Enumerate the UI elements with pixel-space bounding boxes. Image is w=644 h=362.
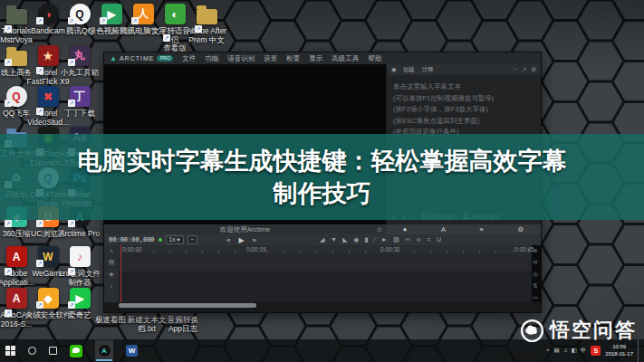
word-taskbar-icon[interactable]: W bbox=[126, 345, 138, 357]
desktop-icon-label: Lrc歌词文件 制作器 bbox=[54, 270, 105, 287]
user-avatar-icon[interactable]: ◉ bbox=[391, 66, 397, 73]
tool-icon[interactable]: U bbox=[437, 236, 441, 243]
shortcut-arrow-icon: ↗ bbox=[36, 17, 43, 24]
track-gutter: +▤◈♪ bbox=[104, 245, 119, 302]
panel-header-icon[interactable]: − bbox=[514, 66, 517, 73]
desktop-file-label[interactable]: 音频转换 App日志 bbox=[158, 313, 208, 333]
hint-line: 单击这里输入字幕文本 bbox=[393, 81, 534, 93]
desktop-icon-xiaowan-toolbox[interactable]: 丸↗小丸工具箱 bbox=[54, 45, 105, 78]
desktop-icon-dingding-download[interactable]: 丁↗丁丁下载 bbox=[54, 86, 105, 119]
tray-icon[interactable]: 中 bbox=[581, 347, 587, 355]
transport-icon[interactable]: ▶ bbox=[238, 236, 244, 244]
timeline-tracks[interactable] bbox=[119, 253, 532, 302]
playhead[interactable] bbox=[120, 245, 121, 302]
menubar-item[interactable]: 语音识别 bbox=[227, 54, 255, 63]
tool-icon[interactable]: ◢ bbox=[320, 236, 324, 243]
tray-icons: ▤♫◧中 bbox=[554, 347, 587, 355]
gutter-icon[interactable]: ◈ bbox=[109, 271, 113, 278]
zoom-out-button[interactable]: − bbox=[187, 235, 198, 244]
shortcut-arrow-icon: ↗ bbox=[36, 301, 43, 309]
menubar-item[interactable]: 显示 bbox=[309, 54, 322, 63]
zoom-stack-icon[interactable]: ◎ bbox=[533, 271, 538, 278]
window-bottom-edge bbox=[104, 309, 541, 312]
zoom-stack-icon[interactable]: ▭ bbox=[533, 294, 538, 301]
tool-icon[interactable]: ▮ bbox=[365, 236, 369, 243]
timeline-ruler[interactable]: 0:00:000:00:150:00:300:00:45 bbox=[119, 245, 532, 253]
tool-icon[interactable]: ◉ bbox=[353, 236, 359, 243]
status-dot bbox=[159, 238, 162, 242]
tray-icon[interactable]: ♫ bbox=[563, 347, 568, 355]
shortcut-arrow-icon: ↗ bbox=[36, 67, 43, 74]
menubar-item[interactable]: 帮助 bbox=[368, 54, 381, 63]
panel-tab[interactable]: 创建 bbox=[403, 66, 415, 74]
tool-icon[interactable]: ∞ bbox=[417, 236, 421, 243]
shortcut-arrow-icon: ↗ bbox=[163, 34, 170, 42]
shortcut-arrow-icon: ↗ bbox=[36, 260, 43, 267]
shortcut-arrow-icon: ↗ bbox=[5, 100, 12, 107]
shortcut-arrow-icon: ↗ bbox=[195, 25, 202, 33]
statusbar-icon[interactable]: A bbox=[441, 225, 446, 233]
ruler-ticks bbox=[120, 251, 530, 252]
scrollbar-thumb[interactable] bbox=[119, 303, 256, 308]
arctime-taskbar-icon: A bbox=[99, 345, 111, 357]
show-desktop-button[interactable] bbox=[638, 339, 640, 362]
ruler-label: 0:00:00 bbox=[122, 246, 142, 252]
panel-header-icon[interactable]: ↗ bbox=[522, 66, 526, 73]
menubar-item[interactable]: 检查 bbox=[286, 54, 300, 63]
tool-icon[interactable]: = bbox=[427, 236, 430, 243]
tool-icon[interactable]: ► bbox=[381, 236, 388, 243]
shortcut-arrow-icon: ↗ bbox=[36, 220, 43, 227]
menubar-item[interactable]: 功能 bbox=[205, 54, 218, 63]
cortana-search-icon[interactable] bbox=[28, 347, 36, 355]
desktop-icon-folder-adobe[interactable]: ↗Adobe After Prem 中文 bbox=[181, 4, 232, 44]
desktop-icon-lrc-maker[interactable]: ♪↗Lrc歌词文件 制作器 bbox=[54, 246, 105, 287]
subtitle-track[interactable] bbox=[119, 253, 532, 272]
wechat-taskbar-icon[interactable] bbox=[70, 345, 82, 357]
start-button-icon[interactable] bbox=[5, 346, 15, 356]
zoom-stack-icon[interactable]: ⊕ bbox=[533, 247, 537, 254]
transport-icon[interactable]: « bbox=[226, 236, 230, 244]
speed-dropdown[interactable]: 1x ▾ bbox=[166, 235, 184, 244]
shortcut-arrow-icon: ↗ bbox=[68, 100, 75, 107]
shortcut-arrow-icon: ↗ bbox=[131, 17, 139, 24]
statusbar-icon[interactable]: ⚙ bbox=[517, 225, 524, 233]
taskbar-clock[interactable]: 10:59 2018-01-17 bbox=[605, 344, 633, 357]
pro-badge: PRO bbox=[157, 55, 173, 62]
tool-icon[interactable]: ▼ bbox=[331, 236, 337, 243]
statusbar-icon[interactable]: ● bbox=[403, 225, 408, 233]
menubar-item[interactable]: 设置 bbox=[264, 54, 277, 63]
shortcut-arrow-icon: ↗ bbox=[68, 17, 75, 24]
transport-icon[interactable]: » bbox=[253, 236, 256, 244]
shortcut-arrow-icon: ↗ bbox=[36, 108, 43, 115]
tray-chevron-icon[interactable]: ^ bbox=[546, 348, 549, 354]
panel-tab[interactable]: 注释 bbox=[422, 66, 434, 74]
zoom-stack-icon[interactable]: ⊖ bbox=[533, 259, 537, 266]
tool-icon[interactable]: ✂ bbox=[405, 236, 410, 243]
shortcut-arrow-icon: ↗ bbox=[68, 301, 75, 309]
status-bar: 欢迎使用Arctime ⊙ bbox=[104, 224, 386, 234]
panel-header-icon[interactable]: ⚙ bbox=[531, 66, 536, 73]
menubar-item[interactable]: 高级工具 bbox=[332, 54, 359, 63]
gutter-icon[interactable]: ♪ bbox=[110, 282, 113, 289]
ruler-label: 0:00:15 bbox=[246, 246, 266, 252]
menu-bar: 文件功能语音识别设置检查显示高级工具帮助 bbox=[182, 54, 381, 63]
tray-icon[interactable]: ◧ bbox=[572, 347, 577, 355]
desktop-icon-label: Arctime Pro bbox=[54, 230, 105, 239]
quick-create-header: ◉ 创建注释 −↗⚙ bbox=[387, 64, 541, 75]
tray-icon[interactable]: ▤ bbox=[554, 347, 560, 355]
arctime-logo-icon: ▲ bbox=[110, 55, 117, 62]
gutter-icon[interactable]: + bbox=[110, 248, 113, 254]
zoom-stack-icon[interactable]: ⇅ bbox=[533, 282, 537, 290]
statusbar-icon[interactable]: ≡ bbox=[479, 225, 483, 233]
task-view-icon[interactable] bbox=[49, 347, 57, 355]
tool-icon[interactable]: ∕ bbox=[374, 236, 375, 243]
arctime-taskbar-active[interactable]: A bbox=[95, 340, 113, 361]
shortcut-arrow-icon: ↗ bbox=[68, 220, 75, 227]
eye-icon[interactable]: ⊙ bbox=[377, 226, 382, 233]
watermark-text: 悟空问答 bbox=[550, 317, 637, 344]
sogou-ime-icon[interactable]: S bbox=[591, 346, 601, 356]
tool-icon[interactable]: ▨ bbox=[393, 236, 399, 243]
menubar-item[interactable]: 文件 bbox=[182, 54, 196, 63]
tool-icon[interactable]: ◣ bbox=[342, 236, 347, 243]
gutter-icon[interactable]: ▤ bbox=[109, 259, 115, 266]
